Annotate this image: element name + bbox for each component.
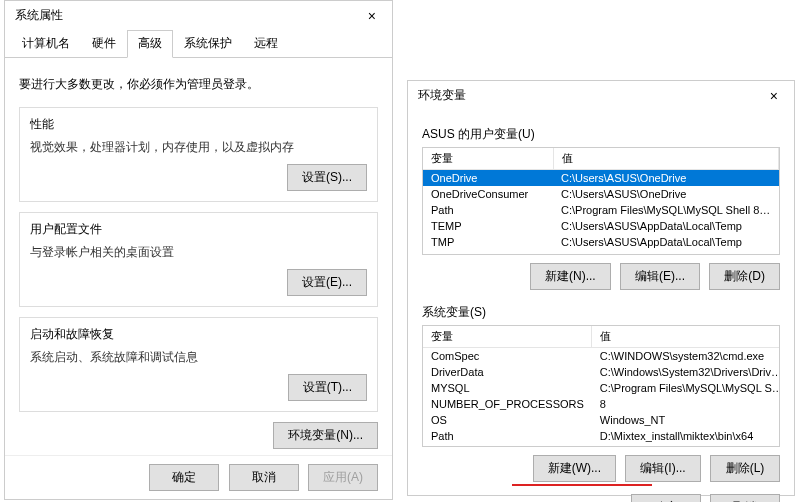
env-title-text: 环境变量 [418, 87, 466, 104]
user-vars-table-wrap[interactable]: 变量 值 OneDriveC:\Users\ASUS\OneDriveOneDr… [422, 147, 780, 255]
cell-variable: DriverData [423, 364, 592, 380]
performance-settings-button[interactable]: 设置(S)... [287, 164, 367, 191]
table-row[interactable]: ComSpecC:\WINDOWS\system32\cmd.exe [423, 348, 780, 365]
close-icon[interactable]: × [764, 88, 784, 104]
cell-variable: Path [423, 428, 592, 444]
tab-bar: 计算机名 硬件 高级 系统保护 远程 [5, 30, 392, 58]
cell-variable: TMP [423, 234, 553, 250]
user-new-button[interactable]: 新建(N)... [530, 263, 611, 290]
table-row[interactable]: OneDriveC:\Users\ASUS\OneDrive [423, 170, 779, 187]
system-properties-dialog: 系统属性 × 计算机名 硬件 高级 系统保护 远程 要进行大多数更改，你必须作为… [4, 0, 393, 500]
startup-settings-button[interactable]: 设置(T)... [288, 374, 367, 401]
tab-hardware[interactable]: 硬件 [81, 30, 127, 57]
startup-title: 启动和故障恢复 [30, 326, 367, 343]
env-vars-dialog: 环境变量 × ASUS 的用户变量(U) 变量 值 OneDriveC:\Use… [407, 80, 795, 496]
close-icon[interactable]: × [362, 8, 382, 24]
user-vars-label: ASUS 的用户变量(U) [422, 126, 780, 143]
cell-variable: MYSQL [423, 380, 592, 396]
table-row[interactable]: PATHEXT.COM;.EXE;.BAT;.CMD;.VBS;.VBE;.JS… [423, 444, 780, 447]
env-vars-button[interactable]: 环境变量(N)... [273, 422, 378, 449]
sysprops-bottom-buttons: 确定 取消 应用(A) [5, 455, 392, 499]
table-row[interactable]: MYSQLC:\Program Files\MySQL\MySQL Server… [423, 380, 780, 396]
annotation-underline [512, 484, 652, 486]
cell-value: C:\Program Files\MySQL\MySQL Server 8.0\… [592, 380, 780, 396]
table-header-row: 变量 值 [423, 326, 780, 348]
user-edit-button[interactable]: 编辑(E)... [620, 263, 700, 290]
startup-group: 启动和故障恢复 系统启动、系统故障和调试信息 设置(T)... [19, 317, 378, 412]
env-titlebar: 环境变量 × [408, 81, 794, 110]
table-row[interactable]: OneDriveConsumerC:\Users\ASUS\OneDrive [423, 186, 779, 202]
user-delete-button[interactable]: 删除(D) [709, 263, 780, 290]
env-cancel-button[interactable]: 取消 [710, 494, 780, 502]
col-variable[interactable]: 变量 [423, 326, 592, 348]
user-buttons-row: 新建(N)... 编辑(E)... 删除(D) [422, 263, 780, 290]
dialog-titlebar: 系统属性 × [5, 1, 392, 30]
col-value[interactable]: 值 [553, 148, 779, 170]
performance-group: 性能 视觉效果，处理器计划，内存使用，以及虚拟内存 设置(S)... [19, 107, 378, 202]
table-row[interactable]: NUMBER_OF_PROCESSORS8 [423, 396, 780, 412]
sys-vars-table: 变量 值 ComSpecC:\WINDOWS\system32\cmd.exeD… [423, 326, 780, 447]
cell-value: C:\Users\ASUS\AppData\Local\Temp [553, 218, 779, 234]
tab-computer-name[interactable]: 计算机名 [11, 30, 81, 57]
cell-value: D:\Mixtex_install\miktex\bin\x64 [592, 428, 780, 444]
table-row[interactable]: OSWindows_NT [423, 412, 780, 428]
user-profiles-group: 用户配置文件 与登录帐户相关的桌面设置 设置(E)... [19, 212, 378, 307]
intro-text: 要进行大多数更改，你必须作为管理员登录。 [19, 76, 378, 93]
cell-variable: OneDriveConsumer [423, 186, 553, 202]
cell-value: C:\Users\ASUS\OneDrive [553, 170, 779, 187]
table-row[interactable]: PathC:\Program Files\MySQL\MySQL Shell 8… [423, 202, 779, 218]
user-profiles-title: 用户配置文件 [30, 221, 367, 238]
cell-value: 8 [592, 396, 780, 412]
cancel-button[interactable]: 取消 [229, 464, 299, 491]
env-content: ASUS 的用户变量(U) 变量 值 OneDriveC:\Users\ASUS… [408, 110, 794, 502]
cell-value: C:\Windows\System32\Drivers\DriverData [592, 364, 780, 380]
cell-variable: Path [423, 202, 553, 218]
cell-value: .COM;.EXE;.BAT;.CMD;.VBS;.VBE;.JS;.JSE;.… [592, 444, 780, 447]
table-header-row: 变量 值 [423, 148, 779, 170]
user-profiles-desc: 与登录帐户相关的桌面设置 [30, 244, 367, 261]
performance-desc: 视觉效果，处理器计划，内存使用，以及虚拟内存 [30, 139, 367, 156]
cell-value: C:\Users\ASUS\OneDrive [553, 186, 779, 202]
env-bottom-buttons: 确定 取消 [422, 488, 780, 502]
col-variable[interactable]: 变量 [423, 148, 553, 170]
sys-delete-button[interactable]: 删除(L) [710, 455, 780, 482]
startup-desc: 系统启动、系统故障和调试信息 [30, 349, 367, 366]
cell-variable: ComSpec [423, 348, 592, 365]
apply-button[interactable]: 应用(A) [308, 464, 378, 491]
dialog-title-text: 系统属性 [15, 7, 63, 24]
performance-title: 性能 [30, 116, 367, 133]
ok-button[interactable]: 确定 [149, 464, 219, 491]
table-row[interactable]: TEMPC:\Users\ASUS\AppData\Local\Temp [423, 218, 779, 234]
sys-edit-button[interactable]: 编辑(I)... [625, 455, 700, 482]
sys-buttons-row: 新建(W)... 编辑(I)... 删除(L) [422, 455, 780, 482]
sys-vars-table-wrap[interactable]: 变量 值 ComSpecC:\WINDOWS\system32\cmd.exeD… [422, 325, 780, 447]
user-vars-table: 变量 值 OneDriveC:\Users\ASUS\OneDriveOneDr… [423, 148, 779, 250]
advanced-content: 要进行大多数更改，你必须作为管理员登录。 性能 视觉效果，处理器计划，内存使用，… [5, 58, 392, 459]
table-row[interactable]: TMPC:\Users\ASUS\AppData\Local\Temp [423, 234, 779, 250]
sys-edit-label: 编辑(I)... [640, 461, 685, 475]
cell-value: Windows_NT [592, 412, 780, 428]
cell-value: C:\Program Files\MySQL\MySQL Shell 8.0\b… [553, 202, 779, 218]
cell-value: C:\Users\ASUS\AppData\Local\Temp [553, 234, 779, 250]
cell-variable: OneDrive [423, 170, 553, 187]
tab-system-protection[interactable]: 系统保护 [173, 30, 243, 57]
table-row[interactable]: DriverDataC:\Windows\System32\Drivers\Dr… [423, 364, 780, 380]
cell-value: C:\WINDOWS\system32\cmd.exe [592, 348, 780, 365]
cell-variable: NUMBER_OF_PROCESSORS [423, 396, 592, 412]
cell-variable: PATHEXT [423, 444, 592, 447]
table-row[interactable]: PathD:\Mixtex_install\miktex\bin\x64 [423, 428, 780, 444]
user-profiles-settings-button[interactable]: 设置(E)... [287, 269, 367, 296]
tab-remote[interactable]: 远程 [243, 30, 289, 57]
cell-variable: OS [423, 412, 592, 428]
cell-variable: TEMP [423, 218, 553, 234]
tab-advanced[interactable]: 高级 [127, 30, 173, 58]
sys-vars-label: 系统变量(S) [422, 304, 780, 321]
col-value[interactable]: 值 [592, 326, 780, 348]
env-ok-button[interactable]: 确定 [631, 494, 701, 502]
sys-new-button[interactable]: 新建(W)... [533, 455, 616, 482]
